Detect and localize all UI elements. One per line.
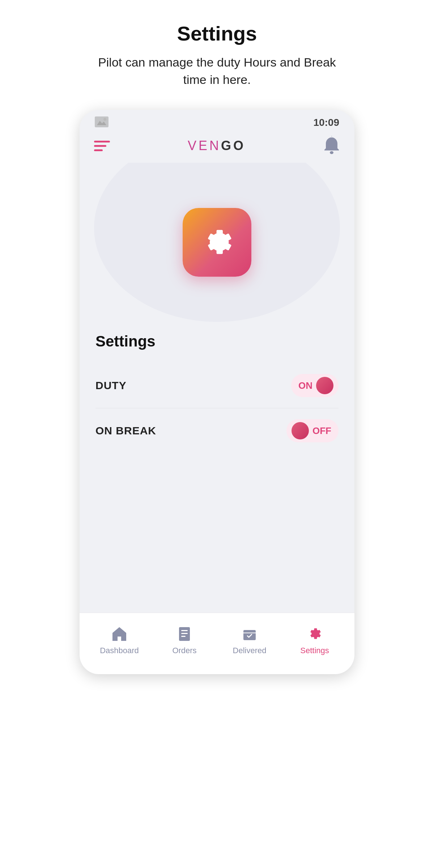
svg-rect-0: [95, 116, 109, 127]
svg-rect-6: [181, 630, 188, 631]
break-toggle[interactable]: OFF: [286, 419, 339, 442]
logo-go: GO: [221, 138, 246, 153]
top-nav: VENGO: [80, 132, 354, 163]
svg-rect-8: [181, 636, 186, 637]
duty-toggle[interactable]: ON: [291, 374, 339, 397]
break-label: ON BREAK: [95, 425, 156, 437]
duty-label: DUTY: [95, 379, 127, 392]
duty-row: DUTY ON: [95, 363, 339, 408]
svg-rect-9: [243, 630, 256, 640]
nav-item-delivered[interactable]: Delivered: [217, 625, 282, 655]
nav-item-dashboard[interactable]: Dashboard: [87, 625, 152, 655]
duty-state: ON: [298, 380, 312, 391]
svg-point-2: [103, 118, 106, 121]
logo-ven: VEN: [188, 138, 221, 153]
nav-label-settings: Settings: [300, 646, 329, 655]
break-row: ON BREAK OFF: [95, 408, 339, 453]
status-image-icon: [95, 116, 109, 129]
bottom-nav: Dashboard Orders Delivered: [80, 613, 354, 674]
bell-button[interactable]: [323, 136, 340, 156]
settings-section-title: Settings: [95, 333, 339, 350]
content-area: Settings DUTY ON ON BREAK OFF: [80, 322, 354, 537]
nav-item-orders[interactable]: Orders: [152, 625, 217, 655]
page-title: Settings: [177, 22, 257, 45]
break-toggle-knob: [292, 422, 309, 439]
hamburger-icon[interactable]: [94, 141, 110, 151]
page-outer: Settings Pilot can manage the duty Hours…: [0, 0, 434, 674]
phone-shell: 10:09 VENGO: [80, 110, 354, 674]
duty-toggle-knob: [316, 377, 333, 394]
status-time: 10:09: [313, 117, 339, 128]
nav-item-settings[interactable]: Settings: [282, 625, 347, 655]
brand-logo: VENGO: [188, 138, 246, 153]
nav-label-dashboard: Dashboard: [100, 646, 139, 655]
status-bar: 10:09: [80, 110, 354, 132]
content-spacer: [80, 537, 354, 613]
settings-hero-icon: [183, 208, 251, 277]
break-state: OFF: [312, 425, 331, 437]
svg-rect-7: [181, 633, 188, 634]
page-subtitle: Pilot can manage the duty Hours and Brea…: [90, 54, 344, 88]
svg-point-3: [330, 151, 333, 154]
hero-area: [80, 163, 354, 322]
nav-label-orders: Orders: [172, 646, 196, 655]
nav-label-delivered: Delivered: [233, 646, 267, 655]
